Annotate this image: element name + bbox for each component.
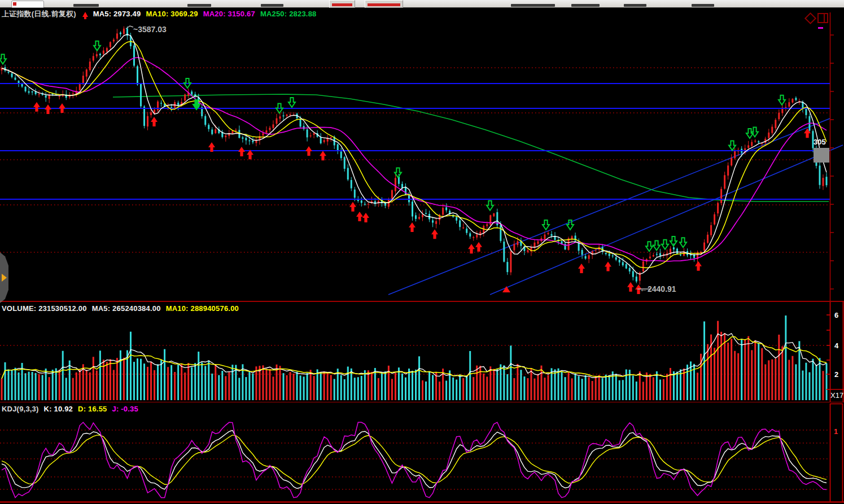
svg-text:X17: X17	[830, 391, 843, 400]
clipped-menu-button-red[interactable]	[365, 0, 403, 8]
svg-text:1: 1	[834, 427, 838, 436]
svg-text:6: 6	[834, 311, 838, 319]
ma5-value: MA5: 2973.49	[93, 10, 141, 18]
clipped-menu-item[interactable]	[571, 4, 600, 7]
volume-value: VOLUME: 231530512.00	[2, 304, 87, 313]
clipped-menu-item[interactable]	[511, 4, 555, 7]
kdj-d-value: D: 16.55	[78, 405, 107, 413]
ma10-value: MA10: 3069.29	[146, 10, 198, 18]
volume-canvas[interactable]: 642X17	[0, 302, 844, 402]
kdj-params: KDJ(9,3,3)	[2, 405, 39, 413]
app-icon[interactable]	[11, 1, 44, 8]
volume-ma10: MA10: 288940576.00	[166, 304, 239, 313]
magenta-dash-icon	[818, 27, 823, 29]
ma20-value: MA20: 3150.67	[203, 10, 255, 18]
axis-price-label: 305	[814, 138, 826, 146]
svg-text:2: 2	[834, 370, 838, 379]
kdj-pane: 1 KDJ(9,3,3)K: 10.92D: 16.55J: -0.35	[0, 402, 844, 504]
svg-text:4: 4	[834, 341, 839, 350]
low-price-label: ←2440.91	[640, 284, 676, 293]
clipped-menu-item[interactable]	[261, 4, 283, 7]
clipped-menu-item[interactable]	[692, 4, 714, 7]
volume-pane: 642X17 VOLUME: 231530512.00MA5: 26524038…	[0, 302, 844, 402]
clipped-menu-button-red[interactable]	[329, 0, 355, 8]
up-signal-icon	[82, 12, 88, 17]
symbol-title: 上证指数(日线.前复权)	[2, 10, 76, 18]
main-chart-canvas[interactable]	[0, 8, 844, 301]
clipped-menu-item[interactable]	[73, 4, 99, 7]
window-split-icon[interactable]	[817, 13, 828, 23]
clipped-menu-item[interactable]	[624, 4, 646, 7]
main-chart-pane: 上证指数(日线.前复权)MA5: 2973.49MA10: 3069.29MA2…	[0, 8, 844, 301]
volume-ma5: MA5: 265240384.00	[92, 304, 161, 313]
volume-header: VOLUME: 231530512.00MA5: 265240384.00MA1…	[2, 304, 244, 313]
main-chart-header: 上证指数(日线.前复权)MA5: 2973.49MA10: 3069.29MA2…	[2, 9, 322, 19]
peak-price-label: ~3587.03	[133, 25, 167, 34]
clipped-menu-item[interactable]	[187, 4, 211, 7]
ma250-value: MA250: 2823.88	[260, 10, 317, 18]
menu-bar	[0, 0, 844, 8]
app-window: 上证指数(日线.前复权)MA5: 2973.49MA10: 3069.29MA2…	[0, 0, 844, 504]
kdj-k-value: K: 10.92	[44, 405, 73, 413]
kdj-canvas[interactable]: 1	[0, 402, 844, 504]
current-price-marker	[814, 148, 829, 163]
kdj-j-value: J: -0.35	[112, 405, 138, 413]
kdj-header: KDJ(9,3,3)K: 10.92D: 16.55J: -0.35	[2, 405, 143, 413]
